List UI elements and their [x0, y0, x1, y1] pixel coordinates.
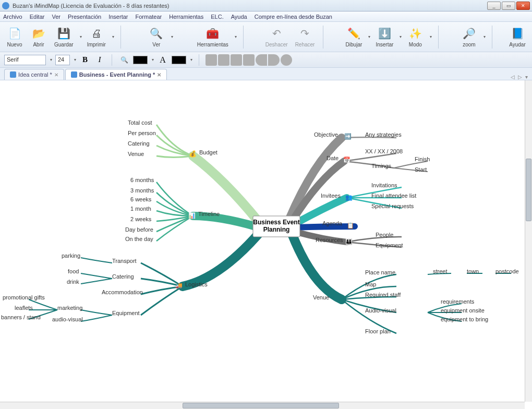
- menu-ayuda[interactable]: Ayuda: [231, 14, 247, 20]
- shape-button-5[interactable]: [256, 54, 267, 66]
- mode-button[interactable]: ✨Modo: [405, 23, 426, 51]
- shape-button-3[interactable]: [231, 54, 242, 66]
- node-street[interactable]: street: [433, 268, 448, 274]
- font-style-button[interactable]: A: [157, 54, 168, 66]
- help-button[interactable]: 📘Ayudar: [507, 23, 528, 51]
- mindmap-canvas[interactable]: Business Event Planning Budget 💰 Total c…: [0, 80, 525, 402]
- node-postcode[interactable]: postcode: [495, 268, 519, 274]
- node-equipment-r[interactable]: Equipment: [376, 242, 403, 248]
- node-3months[interactable]: 3 months: [130, 187, 154, 194]
- scrollbar-thumb[interactable]: [183, 403, 339, 408]
- shape-button-6[interactable]: [268, 54, 280, 66]
- undo-button[interactable]: ↶Deshacer: [263, 23, 290, 51]
- font-family-select[interactable]: Serif: [4, 55, 46, 65]
- shape-button-2[interactable]: [218, 54, 229, 66]
- close-tab-icon[interactable]: ✕: [157, 72, 161, 78]
- color-picker-icon[interactable]: 🔍: [118, 54, 130, 66]
- fill-color-swatch[interactable]: [172, 56, 186, 64]
- close-tab-icon[interactable]: ✕: [54, 72, 58, 78]
- node-start[interactable]: Start: [415, 166, 427, 173]
- menu-insertar[interactable]: Insertar: [108, 14, 128, 20]
- node-totalcost[interactable]: Total cost: [128, 119, 152, 126]
- node-promo[interactable]: promotional gifts: [3, 294, 45, 300]
- node-requiredstaff[interactable]: Required staff: [365, 292, 401, 298]
- node-floorplan[interactable]: Floor plan: [365, 328, 391, 334]
- menu-editar[interactable]: Editar: [30, 14, 45, 20]
- node-drink[interactable]: drink: [67, 279, 79, 285]
- shape-button-4[interactable]: [243, 54, 255, 66]
- node-audiovisual-l[interactable]: audio-visual: [52, 316, 83, 322]
- tab-business-event[interactable]: Business - Event Planning * ✕: [65, 69, 167, 80]
- tab-next-icon[interactable]: ▷: [518, 74, 522, 80]
- maximize-button[interactable]: ▭: [502, 2, 515, 10]
- node-finish[interactable]: Finish: [415, 156, 430, 162]
- text-color-swatch[interactable]: [133, 56, 148, 64]
- branch-invitees[interactable]: Invitees: [321, 193, 341, 199]
- menu-formatear[interactable]: Formatear: [135, 14, 162, 20]
- node-finallist[interactable]: Final attendee list: [371, 193, 416, 199]
- node-marketing[interactable]: marketing: [57, 305, 82, 311]
- node-1month[interactable]: 1 month: [130, 206, 151, 212]
- node-bring[interactable]: equipment to bring: [441, 316, 488, 322]
- new-button[interactable]: 📄Nuevo: [4, 23, 25, 51]
- menu-herramientas[interactable]: Herramientas: [169, 14, 203, 20]
- menu-archivo[interactable]: Archivo: [3, 14, 22, 20]
- node-dateval[interactable]: XX / XX / 2008: [365, 148, 403, 154]
- close-button[interactable]: ✕: [516, 2, 530, 10]
- node-parking[interactable]: parking: [62, 252, 80, 259]
- node-audiovisual[interactable]: Audio-visual: [365, 307, 396, 314]
- node-equipment[interactable]: Equipment: [112, 310, 140, 316]
- node-timings[interactable]: Timings: [371, 163, 392, 169]
- node-map[interactable]: Map: [365, 281, 376, 287]
- branch-logistics[interactable]: Logistics: [185, 281, 208, 287]
- vertical-scrollbar[interactable]: [525, 80, 532, 402]
- menu-presentacion[interactable]: Presentación: [68, 14, 101, 20]
- branch-agenda[interactable]: Agenda: [322, 220, 343, 226]
- view-button[interactable]: 🔍Ver: [146, 23, 167, 51]
- insert-button[interactable]: ⬇️Insertar: [373, 23, 395, 51]
- zoom-button[interactable]: 🔎zoom: [458, 23, 479, 51]
- node-6weeks[interactable]: 6 weeks: [130, 196, 152, 202]
- node-banners[interactable]: banners / stand: [1, 314, 41, 320]
- branch-budget[interactable]: Budget: [199, 149, 217, 155]
- node-town[interactable]: town: [467, 268, 479, 274]
- minimize-button[interactable]: _: [487, 2, 501, 10]
- node-leaflets[interactable]: leaflets: [15, 305, 33, 311]
- node-catering[interactable]: Catering: [112, 273, 134, 280]
- font-size-select[interactable]: 24: [55, 55, 70, 65]
- node-food[interactable]: food: [68, 268, 79, 274]
- print-button[interactable]: 🖨Imprimir: [85, 23, 108, 51]
- menu-ver[interactable]: Ver: [52, 14, 61, 20]
- node-onsite[interactable]: equipment onsite: [441, 307, 485, 314]
- branch-resources[interactable]: Resources: [316, 237, 343, 243]
- node-accommodation[interactable]: Accommodation: [102, 289, 143, 295]
- menu-compre[interactable]: Compre en-línea desde Buzan: [255, 14, 332, 20]
- branch-venue[interactable]: Venue: [313, 294, 329, 300]
- tab-idea-central[interactable]: Idea central * ✕: [4, 69, 64, 80]
- node-special[interactable]: Special requests: [371, 203, 414, 209]
- node-people[interactable]: People: [376, 232, 393, 238]
- open-button[interactable]: 📂Abrir: [28, 23, 49, 51]
- node-6months[interactable]: 6 months: [130, 177, 154, 183]
- bold-button[interactable]: B: [79, 54, 91, 66]
- node-strategies[interactable]: Any strategies: [365, 131, 402, 138]
- tab-menu-icon[interactable]: ▾: [525, 74, 528, 80]
- shape-button-1[interactable]: [205, 54, 217, 66]
- italic-button[interactable]: I: [94, 54, 105, 66]
- node-perperson[interactable]: Per person: [128, 130, 156, 136]
- branch-date[interactable]: Date: [327, 155, 338, 161]
- draw-button[interactable]: ✏️Dibujar: [343, 23, 364, 51]
- node-transport[interactable]: Transport: [112, 258, 137, 264]
- shape-button-7[interactable]: [281, 54, 292, 66]
- menu-elc[interactable]: ELC.: [211, 14, 223, 20]
- horizontal-scrollbar[interactable]: [0, 402, 525, 409]
- node-ontheday[interactable]: On the day: [125, 236, 153, 242]
- node-daybefore[interactable]: Day before: [125, 226, 153, 233]
- branch-objective[interactable]: Objective: [314, 131, 338, 138]
- branch-timeline[interactable]: Timeline: [198, 211, 220, 217]
- node-invitations[interactable]: Invitations: [371, 182, 397, 188]
- node-catering-b[interactable]: Catering: [128, 140, 150, 147]
- tab-prev-icon[interactable]: ◁: [511, 74, 515, 80]
- tools-button[interactable]: 🧰Herramientas: [195, 23, 231, 51]
- node-requirements[interactable]: requirements: [441, 298, 475, 305]
